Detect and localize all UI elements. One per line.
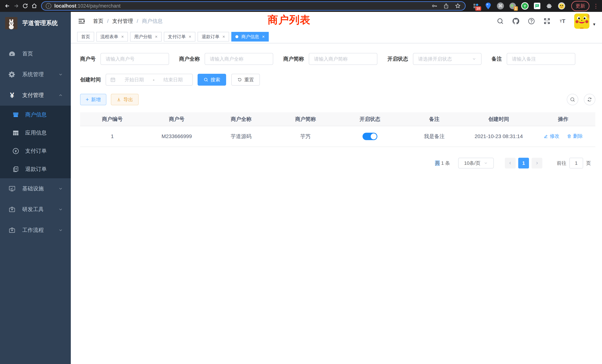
page-info-icon[interactable]: i (46, 3, 51, 9)
filter-label-status: 开启状态 (387, 55, 408, 63)
export-button[interactable]: 导出 (111, 94, 139, 105)
close-icon[interactable]: × (222, 34, 225, 39)
sidebar-item-app-info[interactable]: 应用信息 (0, 124, 71, 142)
sidebar-item-label: 支付管理 (22, 92, 44, 99)
browser-reload-button[interactable] (21, 1, 29, 10)
toggle-search-button[interactable] (567, 94, 578, 105)
tab-merchant-info[interactable]: 商户信息× (231, 32, 269, 42)
sidebar-item-merchant-info[interactable]: 商户信息 (0, 106, 71, 124)
svg-text:¥: ¥ (15, 149, 17, 153)
merchant-no-input[interactable] (100, 53, 169, 65)
breadcrumb-home[interactable]: 首页 (93, 18, 103, 25)
page-unit-label: 页 (586, 160, 591, 166)
sidebar-fold-button[interactable] (77, 17, 86, 25)
search-icon[interactable] (496, 17, 504, 25)
sidebar-item-system[interactable]: 系统管理 (0, 64, 71, 85)
col-short-name: 商户简称 (273, 112, 338, 126)
delete-link[interactable]: 删除 (567, 133, 583, 139)
password-key-icon[interactable] (431, 3, 438, 9)
sidebar-item-home[interactable]: 首页 (0, 43, 71, 64)
extension-badge: 10 (475, 6, 481, 11)
fullscreen-icon[interactable] (543, 17, 551, 25)
payment-submenu: 商户信息 应用信息 ¥ 支付订单 (0, 106, 71, 178)
sidebar-item-label: 退款订单 (25, 165, 47, 173)
browser-home-button[interactable] (30, 1, 38, 10)
extension-tabs-icon[interactable]: 10 (472, 2, 480, 10)
next-page-button[interactable] (532, 158, 542, 169)
extension-emoji-icon[interactable] (558, 2, 565, 10)
date-separator: - (153, 77, 155, 83)
browser-update-button[interactable]: 更新 (571, 1, 589, 11)
tab-user-group[interactable]: 用户分组× (130, 32, 162, 42)
tab-home[interactable]: 首页 (77, 32, 94, 42)
extension-puzzle-icon[interactable] (546, 2, 553, 10)
extension-y-icon[interactable]: Y (521, 2, 529, 10)
breadcrumb-separator: / (137, 18, 138, 24)
table-header-row: 商户编号 商户号 商户全称 商户简称 开启状态 备注 创建时间 操作 (80, 112, 595, 126)
address-bar[interactable]: i localhost:1024/pay/merchant (41, 1, 466, 11)
cell-actions: 修改 删除 (531, 126, 595, 147)
extension-command-icon[interactable]: ⌘ (497, 2, 504, 10)
filter-row-1: 商户号 商户全称 商户简称 开启状态 请选择开启状态 (80, 53, 595, 65)
gear-icon (8, 71, 16, 78)
close-icon[interactable]: × (121, 34, 124, 39)
status-toggle[interactable] (363, 133, 377, 140)
create-time-range-picker[interactable]: 开始日期 - 结束日期 (106, 74, 193, 86)
sidebar-item-payment[interactable]: ¥ 支付管理 (0, 85, 71, 106)
sidebar-logo[interactable]: 芋道管理系统 (0, 12, 71, 34)
sidebar-item-refund-orders[interactable]: 退款订单 (0, 160, 71, 178)
sidebar-item-workflow[interactable]: 工作流程 (0, 220, 71, 241)
col-merchant-id: 商户号 (145, 112, 209, 126)
bookmark-star-icon[interactable] (455, 3, 461, 9)
font-size-icon[interactable]: TT (559, 17, 566, 25)
briefcase-icon (8, 226, 16, 234)
tab-refund-orders[interactable]: 退款订单× (198, 32, 229, 42)
remark-input[interactable] (507, 53, 575, 65)
sidebar-item-pay-orders[interactable]: ¥ 支付订单 (0, 142, 71, 160)
prev-page-button[interactable] (505, 158, 516, 169)
breadcrumb-payment[interactable]: 支付管理 (112, 18, 133, 25)
search-button[interactable]: 搜索 (198, 74, 226, 86)
forward-icon (13, 3, 20, 9)
end-date-placeholder: 结束日期 (158, 76, 188, 83)
refresh-table-button[interactable] (584, 94, 595, 105)
merchant-table: 商户编号 商户号 商户全称 商户简称 开启状态 备注 创建时间 操作 1 M23… (80, 112, 595, 147)
add-button[interactable]: + 新增 (80, 94, 106, 105)
col-merchant-no: 商户编号 (80, 112, 145, 126)
chevron-down-icon (58, 72, 63, 77)
app-title: 芋道管理系统 (22, 19, 58, 27)
browser-menu-icon[interactable]: ⋮ (593, 3, 599, 9)
extension-recorder-icon[interactable]: 1 (509, 2, 516, 10)
sidebar-item-infrastructure[interactable]: 基础设施 (0, 178, 71, 199)
sidebar-item-dev-tools[interactable]: 研发工具 (0, 199, 71, 220)
browser-back-button[interactable] (3, 1, 11, 10)
grid-icon (12, 129, 20, 137)
download-icon (116, 97, 121, 102)
user-avatar[interactable] (574, 13, 589, 29)
close-icon[interactable]: × (155, 34, 158, 39)
browser-forward-button[interactable] (12, 1, 20, 10)
svg-text:Y: Y (524, 4, 526, 8)
active-tab-dot (235, 35, 238, 38)
status-select[interactable]: 请选择开启状态 (413, 53, 482, 65)
goto-page-input[interactable] (569, 158, 583, 169)
page-size-select[interactable]: 10条/页 (458, 158, 494, 169)
help-icon[interactable] (527, 17, 535, 25)
sidebar-item-label: 系统管理 (22, 71, 44, 78)
github-icon[interactable] (512, 17, 520, 25)
tab-process-form[interactable]: 流程表单× (96, 32, 128, 42)
avatar-caret-icon[interactable]: ▾ (593, 22, 595, 27)
reset-button[interactable]: 重置 (231, 74, 260, 86)
tab-pay-orders[interactable]: 支付订单× (164, 32, 195, 42)
shop-icon (12, 111, 20, 119)
close-icon[interactable]: × (189, 34, 191, 39)
extension-chat-icon[interactable] (533, 2, 541, 10)
home-icon (31, 3, 37, 9)
short-name-input[interactable] (309, 53, 377, 65)
full-name-input[interactable] (205, 53, 273, 65)
extension-pin-icon[interactable] (484, 2, 492, 10)
page-1-button[interactable]: 1 (518, 158, 529, 169)
edit-link[interactable]: 修改 (543, 133, 559, 139)
share-icon[interactable] (443, 3, 449, 9)
close-icon[interactable]: × (262, 34, 265, 39)
